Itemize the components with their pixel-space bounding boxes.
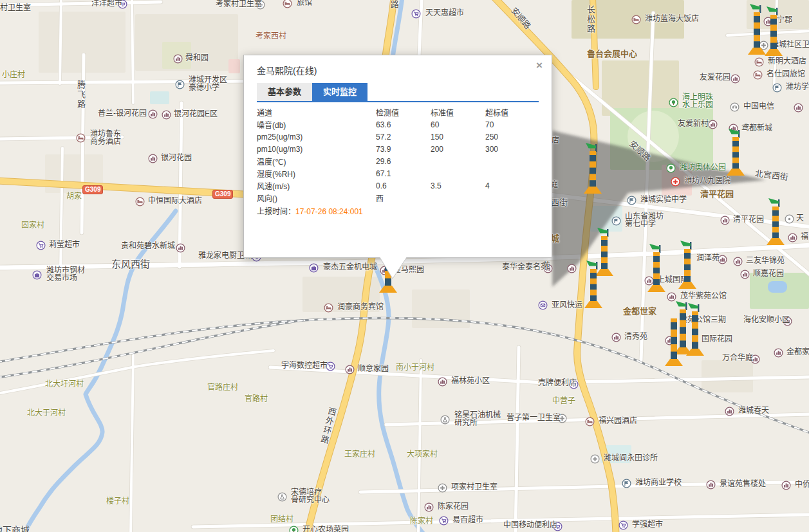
building-icon[interactable] — [147, 109, 158, 120]
map-label: 银河花园 — [161, 154, 192, 162]
station-marker[interactable] — [583, 143, 602, 194]
road-badge: G309 — [212, 190, 233, 199]
mail-icon[interactable] — [537, 300, 548, 311]
map-label: 国际花园 — [702, 335, 732, 344]
building-icon[interactable] — [787, 232, 798, 243]
building-icon[interactable] — [730, 73, 741, 84]
table-cell: 67.1 — [376, 167, 431, 179]
station-marker[interactable] — [726, 129, 745, 176]
building-icon[interactable] — [720, 215, 730, 226]
park-icon[interactable] — [668, 97, 679, 108]
map-label: 名仕园旅馆 — [767, 70, 805, 78]
school-icon[interactable] — [621, 478, 632, 489]
hotel-icon[interactable] — [282, 0, 293, 9]
station-marker[interactable] — [647, 244, 666, 293]
school-icon[interactable] — [611, 216, 622, 226]
market-icon[interactable] — [411, 8, 422, 19]
map-label: 天天惠超市 — [425, 9, 464, 17]
building-icon[interactable] — [724, 406, 735, 417]
map-label: 普兰-银河花园 — [98, 109, 147, 118]
building-icon[interactable] — [437, 376, 448, 387]
map-label: 团结村 — [270, 515, 293, 524]
building-icon[interactable] — [423, 502, 434, 513]
table-cell: 200 — [431, 143, 485, 155]
map-label: 潍城实验中学 — [640, 196, 687, 204]
table-cell: 63.6 — [376, 118, 431, 131]
building-icon[interactable] — [732, 256, 743, 267]
map-label: 小庄村 — [2, 71, 25, 79]
map-label: 莉莹超市 — [49, 241, 80, 249]
building-icon[interactable] — [666, 291, 677, 302]
park-icon[interactable] — [665, 163, 676, 174]
tab-实时监控[interactable]: 实时监控 — [312, 83, 367, 101]
building-icon[interactable] — [705, 479, 716, 490]
research-icon[interactable] — [440, 414, 451, 425]
park-icon[interactable] — [288, 525, 299, 532]
school-icon[interactable] — [626, 195, 637, 206]
table-row: 风向()西 — [257, 192, 540, 204]
dot-icon[interactable] — [784, 214, 795, 225]
school-icon[interactable] — [174, 79, 185, 90]
bag-icon[interactable] — [308, 262, 319, 273]
building-icon[interactable] — [147, 153, 158, 164]
hotel-icon[interactable] — [75, 133, 86, 143]
street-label: 腾飞路 — [77, 80, 85, 109]
hotel-icon[interactable] — [323, 302, 334, 313]
hotel-icon[interactable] — [631, 14, 642, 25]
hotel-icon[interactable] — [135, 196, 145, 207]
research-icon[interactable] — [277, 491, 288, 502]
building-icon[interactable] — [344, 364, 355, 375]
station-marker[interactable] — [678, 241, 697, 289]
map-label: 潍坊商业学校 — [635, 479, 682, 487]
market-icon[interactable] — [35, 240, 46, 251]
map-label: 中侨花园 — [795, 481, 809, 489]
market-icon[interactable] — [618, 520, 629, 531]
building-icon[interactable] — [781, 480, 792, 491]
map-label: 第七中学 — [625, 220, 656, 228]
school-icon[interactable] — [772, 82, 783, 93]
road-badge: G309 — [82, 185, 103, 194]
station-marker[interactable] — [685, 303, 705, 356]
station-marker[interactable] — [664, 316, 683, 367]
map-label: 贵和苑碧水新城 — [121, 242, 175, 250]
phone-icon[interactable] — [729, 102, 740, 113]
report-time-value: 17-07-26 08:24:001 — [295, 207, 363, 216]
bag-icon[interactable] — [32, 270, 42, 280]
building-icon[interactable] — [172, 53, 183, 64]
market-icon[interactable] — [438, 515, 449, 526]
table-row: 风速(m/s)0.63.54 — [257, 179, 540, 192]
building-icon[interactable] — [175, 243, 186, 253]
hotel-icon[interactable] — [754, 57, 765, 68]
popup-pointer — [378, 257, 408, 280]
clinic-icon[interactable] — [437, 482, 448, 493]
building-icon[interactable] — [566, 263, 577, 274]
building-icon[interactable] — [161, 109, 172, 120]
building-icon[interactable] — [707, 119, 718, 130]
table-cell: 73.9 — [376, 143, 431, 155]
station-marker[interactable] — [766, 198, 785, 246]
map-canvas[interactable]: G309G309东风西街北宫西街安顺路安顺路长松路腾飞路西外环路路西街地下商城村… — [0, 0, 809, 532]
map-label: 金都家园 — [786, 348, 809, 356]
clinicred-icon[interactable] — [670, 176, 681, 187]
table-cell — [485, 192, 540, 204]
clinic-icon[interactable] — [590, 454, 600, 464]
station-marker[interactable] — [764, 6, 783, 57]
column-header: 标准值 — [431, 106, 485, 118]
map-label: 交易市场 — [46, 274, 77, 282]
building-icon[interactable] — [793, 102, 804, 113]
street-label: 地下商城 — [0, 526, 30, 532]
street-label: 西街 — [551, 198, 568, 206]
map-label: 新明大酒店 — [768, 57, 806, 66]
map-label: 村卫生室 — [0, 4, 31, 12]
tab-基本参数[interactable]: 基本参数 — [257, 83, 312, 101]
building-icon[interactable] — [611, 332, 622, 343]
hotel-icon[interactable] — [752, 69, 763, 80]
station-marker[interactable] — [584, 261, 603, 309]
map-label: 潍城春天 — [738, 407, 769, 415]
popup-title: 金马熙院(在线) — [257, 64, 539, 77]
close-icon[interactable]: × — [536, 59, 543, 72]
map-label: 王家庄村 — [344, 450, 375, 459]
building-icon[interactable] — [773, 347, 784, 358]
building-icon[interactable] — [739, 269, 750, 280]
hotel-icon[interactable] — [584, 416, 595, 427]
